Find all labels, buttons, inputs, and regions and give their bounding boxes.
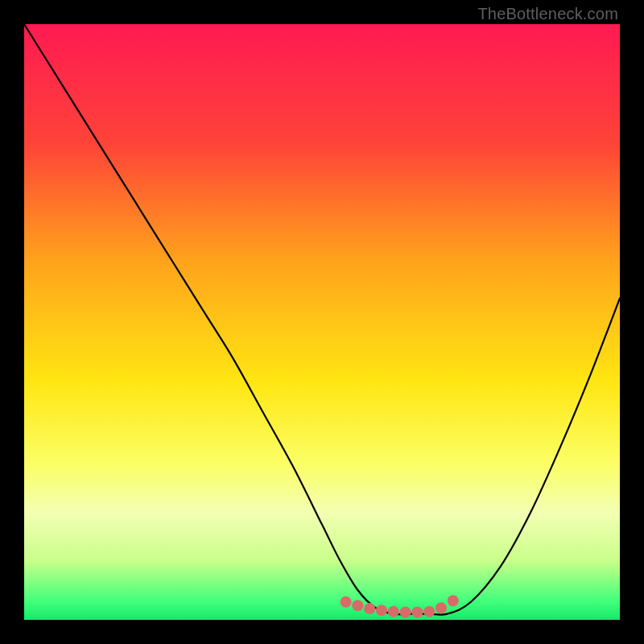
watermark-text: TheBottleneck.com [477,5,618,23]
optimal-dot [448,595,459,606]
curve-layer [24,24,620,620]
bottleneck-curve [24,24,620,615]
optimal-dot [411,606,423,617]
plot-area [24,24,620,620]
optimal-dot [376,605,387,616]
optimal-dot [364,603,375,614]
optimal-dot [388,606,399,617]
optimal-dot [423,606,435,617]
optimal-dot [400,606,411,617]
chart-frame: TheBottleneck.com [0,0,644,644]
optimal-dot [352,600,363,611]
optimal-dot [341,597,352,608]
optimal-dot [436,602,447,613]
